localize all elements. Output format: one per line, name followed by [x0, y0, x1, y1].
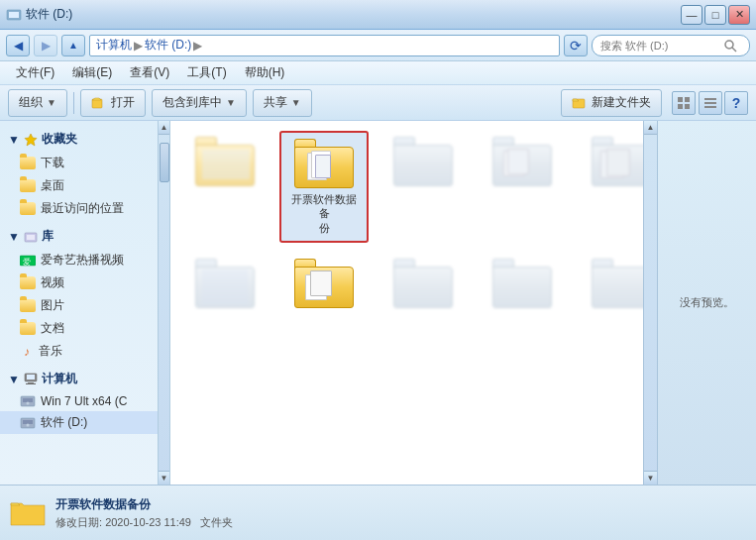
- menu-file[interactable]: 文件(F): [8, 62, 62, 83]
- title-bar-left: 软件 (D:): [6, 6, 72, 23]
- minimize-button[interactable]: —: [681, 5, 702, 25]
- path-computer: 计算机: [96, 37, 132, 54]
- sidebar-item-recent[interactable]: 最近访问的位置: [0, 197, 158, 220]
- sidebar-item-d-drive[interactable]: 软件 (D:): [0, 411, 158, 434]
- path-drive: 软件 (D:): [145, 37, 191, 54]
- list-item[interactable]: [279, 253, 369, 318]
- share-button[interactable]: 共享 ▼: [253, 89, 312, 117]
- view-details-button[interactable]: [699, 91, 722, 115]
- svg-rect-17: [27, 235, 35, 240]
- list-item[interactable]: [378, 131, 468, 243]
- computer-section[interactable]: ▼ 计算机: [0, 367, 158, 391]
- sidebar-scrollbar: ▲ ▼: [159, 121, 170, 485]
- folder-icon-4: [492, 137, 552, 186]
- sidebar-item-desktop[interactable]: 桌面: [0, 174, 158, 197]
- folder-icon-6: [195, 259, 255, 308]
- organize-label: 组织: [19, 94, 43, 111]
- list-item[interactable]: [180, 253, 270, 318]
- sidebar-d-drive-label: 软件 (D:): [41, 414, 87, 431]
- library-title: 库: [42, 228, 54, 245]
- status-detail: 修改日期: 2020-10-23 11:49 文件夹: [55, 515, 233, 530]
- title-text: 软件 (D:): [26, 6, 72, 23]
- title-bar: 软件 (D:) — □ ✕: [0, 0, 756, 30]
- sidebar-download-label: 下载: [41, 155, 64, 171]
- folder-icon-1: [195, 137, 255, 186]
- scroll-thumb[interactable]: [160, 143, 169, 182]
- menu-edit[interactable]: 编辑(E): [64, 62, 120, 83]
- svg-rect-1: [9, 12, 19, 18]
- sidebar-item-docs[interactable]: 文档: [0, 317, 158, 340]
- sidebar-item-pictures[interactable]: 图片: [0, 294, 158, 317]
- library-section[interactable]: ▼ 库: [0, 224, 158, 249]
- toolbar: 组织 ▼ 打开 包含到库中 ▼ 共享 ▼ 新建文件夹: [0, 85, 756, 121]
- organize-button[interactable]: 组织 ▼: [8, 89, 67, 117]
- menu-view[interactable]: 查看(V): [122, 62, 177, 83]
- new-folder-button[interactable]: 新建文件夹: [561, 89, 662, 117]
- refresh-button[interactable]: ⟳: [564, 35, 588, 56]
- back-button[interactable]: ◀: [6, 35, 30, 56]
- forward-button[interactable]: ▶: [34, 35, 57, 56]
- d-drive-icon: [20, 416, 36, 430]
- list-item-selected[interactable]: 开票软件数据备份: [279, 131, 369, 243]
- address-path[interactable]: 计算机 ▶ 软件 (D:) ▶: [89, 35, 560, 56]
- download-folder-icon: [20, 157, 36, 169]
- list-item[interactable]: [180, 131, 270, 243]
- new-folder-icon: [572, 95, 588, 111]
- library-icon: [24, 230, 38, 244]
- file-scroll-down-arrow[interactable]: ▼: [644, 471, 657, 485]
- svg-line-3: [732, 48, 736, 52]
- svg-rect-10: [678, 104, 683, 109]
- sidebar-item-iqiyi[interactable]: 爱 爱奇艺热播视频: [0, 249, 158, 271]
- list-item[interactable]: [577, 131, 643, 243]
- file-label-selected: 开票软件数据备份: [287, 192, 361, 235]
- computer-icon: [24, 373, 38, 386]
- view-icon: [677, 96, 691, 110]
- up-button[interactable]: ▲: [61, 35, 85, 56]
- open-button[interactable]: 打开: [80, 89, 146, 117]
- sidebar-item-download[interactable]: 下载: [0, 152, 158, 174]
- search-box: [592, 35, 750, 56]
- sidebar-item-video[interactable]: 视频: [0, 271, 158, 294]
- favorites-title: 收藏夹: [42, 131, 77, 148]
- sidebar-desktop-label: 桌面: [41, 177, 64, 194]
- close-button[interactable]: ✕: [728, 5, 750, 25]
- folder-icon-3: [393, 137, 453, 186]
- list-item[interactable]: [378, 253, 468, 318]
- list-item[interactable]: [577, 253, 643, 318]
- svg-rect-23: [26, 383, 36, 384]
- svg-rect-12: [704, 98, 716, 100]
- folder-icon-7: [294, 259, 354, 308]
- search-input[interactable]: [600, 40, 719, 52]
- maximize-button[interactable]: □: [704, 5, 726, 25]
- sidebar-item-c-drive[interactable]: Win 7 Ult x64 (C: [0, 391, 158, 411]
- list-item[interactable]: [478, 253, 567, 318]
- organize-dropdown-arrow: ▼: [47, 97, 56, 108]
- favorites-star-icon: [24, 133, 38, 147]
- file-scroll-up-arrow[interactable]: ▲: [644, 121, 657, 135]
- help-button[interactable]: ?: [724, 91, 748, 115]
- c-drive-icon: [20, 394, 36, 408]
- open-label: 打开: [111, 94, 135, 111]
- include-library-button[interactable]: 包含到库中 ▼: [152, 89, 247, 117]
- svg-rect-14: [704, 106, 716, 108]
- scroll-down-arrow[interactable]: ▼: [159, 471, 169, 485]
- sidebar-recent-label: 最近访问的位置: [41, 200, 124, 217]
- scroll-up-arrow[interactable]: ▲: [159, 121, 169, 135]
- svg-point-29: [27, 423, 30, 426]
- svg-rect-11: [685, 104, 690, 109]
- menu-tools[interactable]: 工具(T): [179, 62, 234, 83]
- svg-rect-21: [27, 375, 35, 379]
- list-item[interactable]: [478, 131, 567, 243]
- folder-icon-5: [592, 137, 643, 186]
- computer-title: 计算机: [42, 371, 77, 387]
- svg-rect-4: [92, 99, 102, 108]
- view-buttons: ?: [672, 91, 748, 115]
- status-folder-name: 开票软件数据备份: [55, 496, 233, 513]
- sidebar-item-music[interactable]: ♪ 音乐: [0, 340, 158, 363]
- favorites-section[interactable]: ▼ 收藏夹: [0, 127, 158, 152]
- view-toggle-button[interactable]: [672, 91, 696, 115]
- include-dropdown-arrow: ▼: [226, 97, 236, 108]
- status-modified-label: 修改日期:: [55, 516, 102, 528]
- menu-help[interactable]: 帮助(H): [237, 62, 293, 83]
- sidebar-docs-label: 文档: [41, 320, 64, 337]
